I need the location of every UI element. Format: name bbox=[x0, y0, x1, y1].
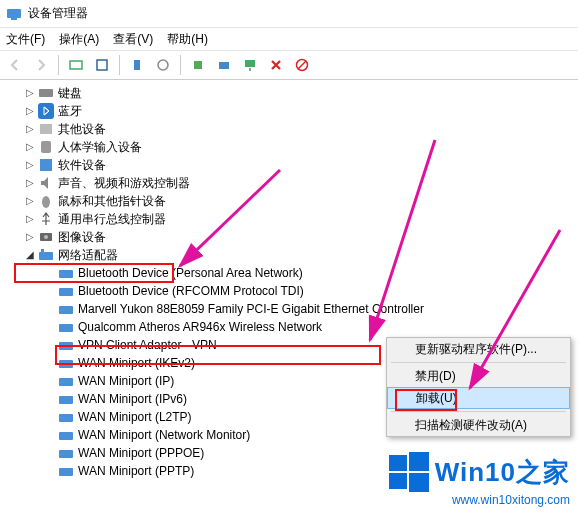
svg-rect-36 bbox=[389, 473, 407, 489]
menu-help[interactable]: 帮助(H) bbox=[167, 31, 208, 48]
svg-rect-23 bbox=[59, 342, 73, 350]
svg-rect-24 bbox=[59, 360, 73, 368]
svg-rect-18 bbox=[41, 249, 44, 252]
separator bbox=[391, 362, 566, 363]
network-adapter-icon bbox=[58, 283, 74, 299]
toolbar-icon[interactable] bbox=[213, 54, 235, 76]
network-adapter-icon bbox=[58, 391, 74, 407]
network-adapter-icon bbox=[58, 301, 74, 317]
window-title: 设备管理器 bbox=[28, 5, 88, 22]
svg-rect-7 bbox=[245, 60, 255, 67]
disable-button[interactable] bbox=[291, 54, 313, 76]
svg-rect-35 bbox=[409, 452, 429, 471]
svg-rect-19 bbox=[59, 270, 73, 278]
separator bbox=[391, 411, 566, 412]
hid-icon bbox=[38, 139, 54, 155]
watermark-brand: Win10之家 bbox=[435, 459, 570, 485]
image-device-icon bbox=[38, 229, 54, 245]
svg-rect-0 bbox=[7, 9, 21, 18]
usb-icon bbox=[38, 211, 54, 227]
tree-item-qualcomm-atheros[interactable]: Qualcomm Atheros AR946x Wireless Network bbox=[6, 318, 578, 336]
toolbar-icon[interactable] bbox=[126, 54, 148, 76]
menu-view[interactable]: 查看(V) bbox=[113, 31, 153, 48]
chevron-right-icon: ▷ bbox=[24, 156, 36, 174]
svg-rect-3 bbox=[97, 60, 107, 70]
ctx-update-driver[interactable]: 更新驱动程序软件(P)... bbox=[387, 338, 570, 360]
svg-rect-26 bbox=[59, 396, 73, 404]
tree-category-network-adapters[interactable]: ◢网络适配器 bbox=[6, 246, 578, 264]
chevron-right-icon: ▷ bbox=[24, 120, 36, 138]
chevron-right-icon: ▷ bbox=[24, 192, 36, 210]
back-button[interactable] bbox=[4, 54, 26, 76]
svg-point-14 bbox=[42, 196, 50, 208]
tree-category[interactable]: ▷蓝牙 bbox=[6, 102, 578, 120]
toolbar bbox=[0, 50, 578, 80]
tree-category[interactable]: ▷其他设备 bbox=[6, 120, 578, 138]
svg-rect-6 bbox=[219, 62, 229, 69]
tree-item[interactable]: Bluetooth Device (Personal Area Network) bbox=[6, 264, 578, 282]
network-adapter-icon bbox=[58, 265, 74, 281]
svg-rect-29 bbox=[59, 450, 73, 458]
chevron-right-icon: ▷ bbox=[24, 84, 36, 102]
tree-item[interactable]: Marvell Yukon 88E8059 Family PCI-E Gigab… bbox=[6, 300, 578, 318]
watermark-url: www.win10xitong.com bbox=[389, 494, 570, 506]
windows-logo-icon bbox=[389, 452, 429, 492]
network-adapter-icon bbox=[58, 337, 74, 353]
network-adapter-icon bbox=[58, 427, 74, 443]
bluetooth-icon bbox=[38, 103, 54, 119]
context-menu: 更新驱动程序软件(P)... 禁用(D) 卸载(U) 扫描检测硬件改动(A) bbox=[386, 337, 571, 437]
toolbar-icon[interactable] bbox=[152, 54, 174, 76]
svg-point-5 bbox=[158, 60, 168, 70]
tree-category[interactable]: ▷人体学输入设备 bbox=[6, 138, 578, 156]
toolbar-icon[interactable] bbox=[65, 54, 87, 76]
network-adapter-icon bbox=[38, 247, 54, 263]
tree-category[interactable]: ▷软件设备 bbox=[6, 156, 578, 174]
forward-button[interactable] bbox=[30, 54, 52, 76]
titlebar: 设备管理器 bbox=[0, 0, 578, 28]
tree-category[interactable]: ▷通用串行总线控制器 bbox=[6, 210, 578, 228]
tree-category[interactable]: ▷图像设备 bbox=[6, 228, 578, 246]
ctx-scan-hardware[interactable]: 扫描检测硬件改动(A) bbox=[387, 414, 570, 436]
other-device-icon bbox=[38, 121, 54, 137]
tree-item[interactable]: Bluetooth Device (RFCOMM Protocol TDI) bbox=[6, 282, 578, 300]
network-adapter-icon bbox=[58, 463, 74, 479]
menu-file[interactable]: 文件(F) bbox=[6, 31, 45, 48]
tree-category[interactable]: ▷鼠标和其他指针设备 bbox=[6, 192, 578, 210]
chevron-right-icon: ▷ bbox=[24, 174, 36, 192]
watermark: Win10之家 www.win10xitong.com bbox=[389, 452, 570, 506]
chevron-right-icon: ▷ bbox=[24, 138, 36, 156]
toolbar-icon[interactable] bbox=[187, 54, 209, 76]
svg-rect-4 bbox=[134, 60, 140, 70]
device-manager-icon bbox=[6, 6, 22, 22]
network-adapter-icon bbox=[58, 319, 74, 335]
keyboard-icon bbox=[38, 85, 54, 101]
svg-rect-34 bbox=[389, 455, 407, 471]
svg-rect-22 bbox=[59, 324, 73, 332]
svg-rect-12 bbox=[41, 141, 51, 153]
mouse-icon bbox=[38, 193, 54, 209]
svg-rect-37 bbox=[409, 473, 429, 492]
chevron-down-icon: ◢ bbox=[24, 246, 36, 264]
svg-rect-27 bbox=[59, 414, 73, 422]
network-adapter-icon bbox=[58, 445, 74, 461]
network-adapter-icon bbox=[58, 409, 74, 425]
scan-hardware-button[interactable] bbox=[239, 54, 261, 76]
svg-rect-11 bbox=[40, 124, 52, 134]
chevron-right-icon: ▷ bbox=[24, 210, 36, 228]
svg-rect-30 bbox=[59, 468, 73, 476]
menu-action[interactable]: 操作(A) bbox=[59, 31, 99, 48]
ctx-uninstall[interactable]: 卸载(U) bbox=[387, 387, 570, 409]
network-adapter-icon bbox=[58, 355, 74, 371]
svg-rect-25 bbox=[59, 378, 73, 386]
sound-icon bbox=[38, 175, 54, 191]
ctx-disable[interactable]: 禁用(D) bbox=[387, 365, 570, 387]
tree-category[interactable]: ▷声音、视频和游戏控制器 bbox=[6, 174, 578, 192]
toolbar-icon[interactable] bbox=[91, 54, 113, 76]
chevron-right-icon: ▷ bbox=[24, 102, 36, 120]
svg-rect-9 bbox=[39, 89, 53, 97]
tree-category[interactable]: ▷键盘 bbox=[6, 84, 578, 102]
software-icon bbox=[38, 157, 54, 173]
svg-point-16 bbox=[44, 235, 48, 239]
svg-rect-10 bbox=[38, 103, 54, 119]
uninstall-button[interactable] bbox=[265, 54, 287, 76]
